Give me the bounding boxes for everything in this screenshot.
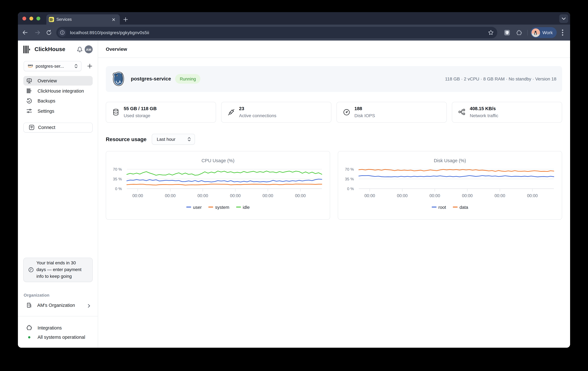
- gauge-icon: [343, 109, 350, 115]
- app-content: ClickHouse AM aws postgres-ser...: [18, 40, 570, 348]
- notifications-bell-icon[interactable]: [77, 47, 83, 52]
- y-axis-label: 35 %: [345, 177, 354, 181]
- forward-icon[interactable]: [35, 30, 41, 35]
- resource-usage-heading: Resource usage: [106, 136, 147, 142]
- stat-label: Disk IOPS: [354, 113, 375, 119]
- shield-extension-icon[interactable]: [504, 30, 510, 36]
- trial-notice-text: Your trial ends in 30 days — enter payme…: [36, 260, 84, 280]
- stat-card-used-storage: 55 GB / 118 GB Used storage: [106, 102, 216, 122]
- stat-text-block: 408.15 KB/s Network traffic: [470, 106, 498, 119]
- stat-card-disk-iops: 188 Disk IOPS: [336, 102, 447, 122]
- legend-item-idle[interactable]: idle: [236, 204, 250, 210]
- window-zoom-button[interactable]: [36, 17, 40, 20]
- x-axis-label: 00:00: [132, 193, 143, 198]
- stat-text-block: 188 Disk IOPS: [354, 106, 375, 119]
- organization-row[interactable]: AM's Organization: [23, 301, 93, 310]
- reload-icon[interactable]: [46, 30, 52, 35]
- trial-clock-icon: [28, 267, 33, 272]
- profile-chip[interactable]: Work: [530, 27, 556, 38]
- stat-value: 408.15 KB/s: [470, 106, 498, 112]
- sidebar-item-clickhouse-integration[interactable]: ClickHouse integration: [23, 86, 93, 96]
- page-body: postgres-service Running 118 GB · 2 vCPU…: [98, 58, 570, 348]
- x-axis-label: 00:00: [429, 193, 440, 198]
- integrations-link[interactable]: Integrations: [23, 323, 93, 332]
- clickhouse-bars-icon: [26, 88, 32, 94]
- legend-marker: [186, 207, 191, 208]
- tab-search-chevron-button[interactable]: [559, 14, 568, 23]
- database-icon: [113, 109, 119, 115]
- settings-sliders-icon: [26, 108, 32, 114]
- brand-name: ClickHouse: [34, 46, 65, 53]
- sidebar-item-overview[interactable]: Overview: [23, 76, 93, 86]
- legend-item-data[interactable]: data: [453, 204, 468, 210]
- sidebar: ClickHouse AM aws postgres-ser...: [18, 40, 98, 348]
- new-tab-button[interactable]: [123, 17, 128, 21]
- y-axis-label: 35 %: [113, 177, 122, 181]
- backups-history-icon: [26, 98, 32, 104]
- connect-button[interactable]: Connect: [23, 122, 93, 132]
- series-line-system: [127, 184, 322, 185]
- service-hero-card: postgres-service Running 118 GB · 2 vCPU…: [106, 66, 562, 92]
- status-label: All systems operational: [38, 335, 85, 340]
- stat-card-active-connections: 23 Active connections: [221, 102, 331, 122]
- window-controls: [22, 17, 40, 20]
- stat-label: Used storage: [124, 113, 157, 119]
- legend-label: user: [193, 204, 202, 210]
- main-panel: Overview pos: [98, 40, 570, 348]
- stat-cards: 55 GB / 118 GB Used storage 23 Active co…: [106, 102, 562, 122]
- legend-marker: [453, 207, 458, 208]
- window-close-button[interactable]: [22, 17, 26, 20]
- x-axis-label: 00:00: [527, 193, 538, 198]
- y-axis-label: 0 %: [347, 186, 354, 191]
- chart-title: CPU Usage (%): [106, 158, 330, 163]
- x-axis-label: 00:00: [462, 193, 473, 198]
- sidebar-divider: [18, 316, 98, 316]
- window-minimize-button[interactable]: [29, 17, 33, 20]
- extensions-puzzle-icon[interactable]: [516, 30, 522, 35]
- organization-section-label: Organization: [24, 293, 49, 298]
- url-bar[interactable]: localhost:8910/postgres/pgkybgnv0s5ii: [56, 27, 497, 38]
- x-axis-label: 00:00: [494, 193, 505, 198]
- tab-title: Services: [56, 17, 111, 22]
- charts-row: 0 %35 %70 %00:0000:0000:0000:0000:0000:0…: [106, 151, 562, 220]
- selector-chevrons-icon: [74, 64, 78, 68]
- site-info-icon[interactable]: [58, 29, 66, 37]
- service-selector[interactable]: aws postgres-ser...: [23, 61, 82, 71]
- back-icon[interactable]: [22, 30, 28, 35]
- user-avatar[interactable]: AM: [85, 45, 93, 53]
- chart-legend: usersystemidle: [106, 204, 330, 210]
- legend-label: system: [215, 204, 229, 210]
- stat-value: 55 GB / 118 GB: [124, 106, 157, 112]
- sidebar-item-label: ClickHouse integration: [38, 88, 84, 93]
- url-text[interactable]: localhost:8910/postgres/pgkybgnv0s5ii: [70, 30, 488, 35]
- organization-building-icon: [26, 303, 32, 308]
- legend-label: data: [460, 204, 468, 210]
- trial-notice: Your trial ends in 30 days — enter payme…: [23, 258, 93, 282]
- stat-text-block: 23 Active connections: [239, 106, 276, 119]
- add-service-button[interactable]: [87, 63, 92, 69]
- screen: Services: [0, 0, 588, 371]
- legend-item-user[interactable]: user: [186, 204, 202, 210]
- page-header: Overview: [98, 40, 570, 58]
- browser-tab-services[interactable]: Services: [46, 14, 120, 25]
- y-axis-label: 70 %: [345, 167, 354, 171]
- chart-legend: rootdata: [338, 204, 562, 210]
- tab-close-icon[interactable]: [111, 17, 116, 22]
- stat-text-block: 55 GB / 118 GB Used storage: [124, 106, 157, 119]
- profile-name: Work: [543, 30, 553, 35]
- legend-item-root[interactable]: root: [431, 204, 446, 210]
- system-status-link[interactable]: All systems operational: [23, 333, 93, 342]
- profile-avatar: [532, 28, 540, 37]
- brand[interactable]: ClickHouse: [23, 46, 65, 53]
- sidebar-item-settings[interactable]: Settings: [23, 106, 93, 116]
- integrations-puzzle-icon: [26, 325, 32, 331]
- chart-title: Disk Usage (%): [338, 158, 562, 163]
- resource-usage-row: Resource usage Last hour: [106, 134, 562, 145]
- integrations-label: Integrations: [38, 325, 62, 330]
- y-axis-label: 70 %: [113, 167, 122, 171]
- legend-item-system[interactable]: system: [208, 204, 229, 210]
- browser-menu-icon[interactable]: [560, 29, 565, 36]
- time-range-select[interactable]: Last hour: [152, 134, 195, 145]
- sidebar-item-backups[interactable]: Backups: [23, 96, 93, 106]
- bookmark-star-icon[interactable]: [488, 30, 494, 35]
